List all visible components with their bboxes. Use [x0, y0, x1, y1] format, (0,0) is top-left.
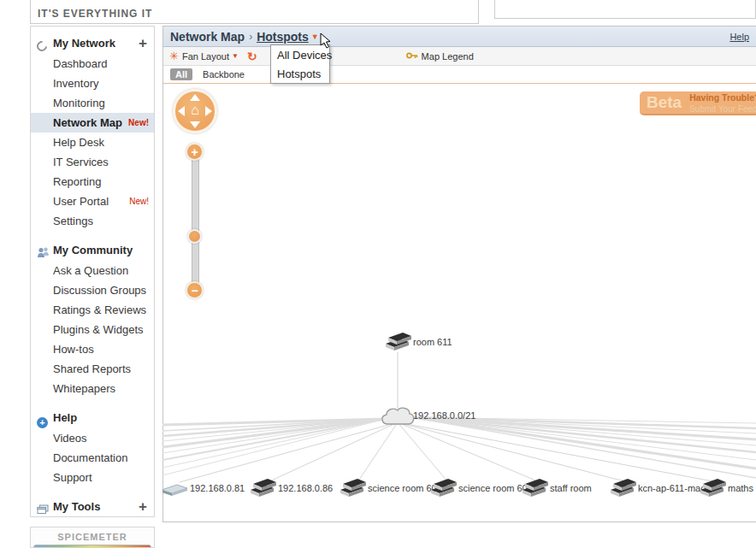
map-legend-button[interactable]: Map Legend: [406, 51, 474, 62]
sidebar-item-label: IT Services: [53, 156, 109, 168]
sidebar-item-ratings-reviews[interactable]: Ratings & Reviews: [31, 300, 154, 320]
header-remnant: IT'S EVERYTHING IT: [30, 0, 479, 24]
sidebar-section-title: My Network: [53, 37, 115, 50]
map-node-science-room-60-[interactable]: [431, 479, 457, 497]
sidebar-item-discussion-groups[interactable]: Discussion Groups: [31, 280, 154, 300]
new-badge: New!: [129, 192, 149, 211]
spicemeter-label: SPICEMETER: [31, 527, 154, 542]
sidebar-item-label: Discussion Groups: [53, 284, 146, 297]
sidebar-item-label: Shared Reports: [53, 362, 131, 375]
zoom-in-button[interactable]: +: [186, 143, 204, 161]
beta-text: Having Trouble? Submit Your Feedbac: [689, 91, 756, 114]
fan-layout-caret-icon[interactable]: ▼: [232, 52, 239, 60]
map-node-room-611[interactable]: [386, 333, 411, 351]
view-tabs: All Backbone: [163, 66, 756, 84]
beta-label: Beta: [647, 93, 682, 112]
sidebar-item-label: Settings: [53, 215, 93, 227]
sidebar-item-inventory[interactable]: Inventory: [31, 74, 154, 93]
sidebar-item-label: Dashboard: [53, 57, 108, 70]
sidebar-item-ask-a-question[interactable]: Ask a Question: [31, 261, 154, 280]
breadcrumb: Network Map › Hotspots ▼ Help: [163, 27, 756, 47]
fan-layout-button[interactable]: Fan Layout: [182, 51, 229, 62]
new-badge: New!: [128, 113, 149, 133]
map-toolbar: ✳ Fan Layout ▼ ↻ Map Legend: [163, 47, 756, 66]
dropdown-item-all-devices[interactable]: All Devices: [271, 45, 329, 64]
map-node-label: staff room: [550, 483, 592, 493]
map-node-label: kcn-ap-611-mac: [638, 483, 706, 493]
sidebar-item-label: Reporting: [53, 175, 101, 188]
tab-backbone[interactable]: Backbone: [203, 69, 245, 80]
zoom-slider-handle[interactable]: [187, 229, 202, 244]
add-button[interactable]: +: [139, 497, 147, 517]
sidebar-item-label: Network Map: [53, 116, 122, 129]
hotspots-dropdown-menu: All DevicesHotspots: [270, 44, 330, 84]
map-node-kcn-ap-611-mac[interactable]: [611, 479, 636, 497]
refresh-icon[interactable]: ↻: [247, 50, 257, 63]
dropdown-item-hotspots[interactable]: Hotspots: [271, 64, 329, 83]
sidebar-item-shared-reports[interactable]: Shared Reports: [31, 359, 154, 379]
sidebar-item-label: Ask a Question: [53, 264, 128, 277]
pan-up-icon[interactable]: [190, 94, 200, 101]
map-node-192-168-0-81[interactable]: [162, 485, 187, 496]
map-node-subnet-cloud[interactable]: [382, 408, 414, 424]
sidebar-item-support[interactable]: Support: [31, 468, 154, 487]
map-node-maths[interactable]: [700, 479, 726, 497]
home-icon[interactable]: ⌂: [175, 103, 215, 118]
sidebar-item-documentation[interactable]: Documentation: [31, 448, 154, 468]
sidebar-item-plugins-widgets[interactable]: Plugins & Widgets: [31, 320, 154, 339]
sidebar-item-label: Plugins & Widgets: [53, 323, 144, 336]
map-pan-compass[interactable]: ⌂: [173, 89, 217, 133]
beta-line1: Having Trouble?: [689, 92, 756, 103]
sidebar-item-dashboard[interactable]: Dashboard: [31, 54, 154, 74]
sidebar-section-title: My Tools: [53, 500, 100, 513]
sidebar-item-network-map[interactable]: Network MapNew!: [31, 113, 154, 133]
pan-down-icon[interactable]: [190, 121, 200, 128]
sidebar-item-monitoring[interactable]: Monitoring: [31, 93, 154, 113]
windows-icon: [37, 501, 49, 517]
sidebar-item-settings[interactable]: Settings: [31, 211, 154, 231]
sidebar-section-my-network[interactable]: My Network+: [31, 33, 154, 54]
sidebar-item-label: Whitepapers: [53, 382, 115, 395]
app-tagline: IT'S EVERYTHING IT: [38, 8, 152, 20]
sidebar-section-help[interactable]: +Help: [31, 408, 154, 428]
map-node-label: 192.168.0.0/21: [413, 410, 475, 421]
sidebar-item-label: Help Desk: [53, 136, 104, 149]
help-link[interactable]: Help: [729, 32, 749, 42]
map-node-staff-room[interactable]: [523, 479, 548, 497]
sidebar-item-label: How-tos: [53, 343, 94, 356]
sidebar-item-user-portal[interactable]: User PortalNew!: [31, 192, 154, 211]
map-edge: [398, 422, 540, 482]
chevron-down-icon[interactable]: ▼: [311, 32, 319, 41]
beta-line2: Submit Your Feedbac: [689, 104, 756, 114]
tab-all[interactable]: All: [170, 68, 192, 80]
sidebar-item-label: Videos: [53, 432, 87, 445]
map-node-192-168-0-86[interactable]: [251, 479, 276, 497]
spicemeter-gauge: [33, 545, 151, 548]
sidebar-item-whitepapers[interactable]: Whitepapers: [31, 379, 154, 398]
zoom-out-button[interactable]: −: [186, 281, 204, 299]
breadcrumb-separator: ›: [249, 31, 252, 43]
zoom-slider-track[interactable]: [192, 151, 199, 291]
sidebar-item-it-services[interactable]: IT Services: [31, 152, 154, 172]
beta-feedback-badge[interactable]: Beta Having Trouble? Submit Your Feedbac: [640, 91, 756, 115]
map-node-label: maths: [728, 483, 753, 493]
sidebar-item-help-desk[interactable]: Help Desk: [31, 133, 154, 152]
header-remnant-right: [494, 0, 756, 19]
sidebar-item-how-tos[interactable]: How-tos: [31, 339, 154, 359]
sidebar-section-my-tools[interactable]: My Tools+: [31, 497, 154, 517]
map-node-science-room-60-[interactable]: [340, 479, 366, 497]
map-legend-label: Map Legend: [422, 51, 474, 62]
map-edge: [398, 422, 448, 482]
breadcrumb-current-hotspots[interactable]: Hotspots: [257, 30, 309, 44]
spicemeter-panel: SPICEMETER: [30, 527, 155, 548]
sidebar-section-my-community[interactable]: My Community: [31, 240, 154, 261]
map-node-label: 192.168.0.81: [190, 483, 245, 493]
sidebar-item-videos[interactable]: Videos: [31, 428, 154, 448]
breadcrumb-root[interactable]: Network Map: [170, 30, 245, 44]
network-map-canvas[interactable]: room 611192.168.0.0/21192.168.0.81192.16…: [162, 83, 756, 548]
sidebar-item-reporting[interactable]: Reporting: [31, 172, 154, 192]
add-button[interactable]: +: [139, 33, 147, 54]
sidebar-section-title: My Community: [53, 244, 133, 256]
key-icon: [406, 51, 418, 62]
map-node-label: room 611: [413, 337, 452, 347]
